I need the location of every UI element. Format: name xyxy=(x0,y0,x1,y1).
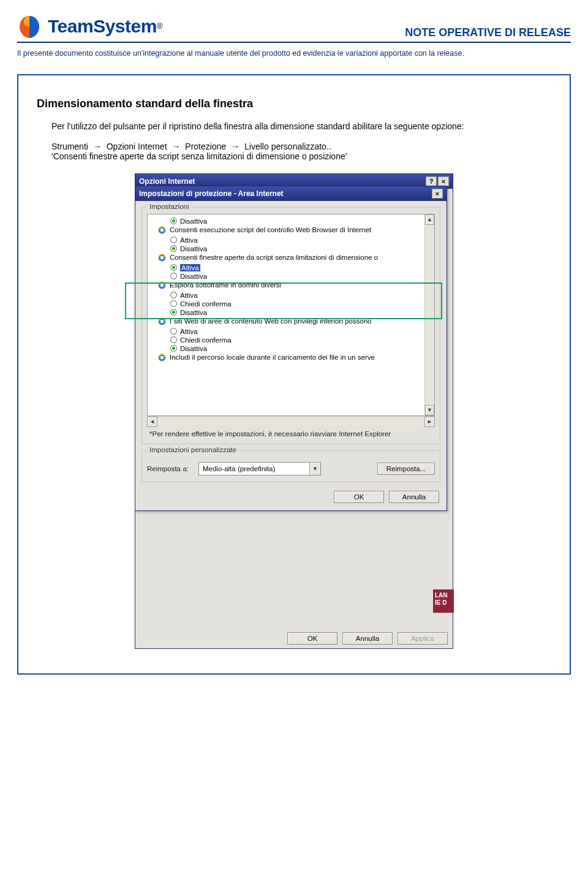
radio-icon[interactable] xyxy=(170,245,177,252)
arrow-icon: → xyxy=(172,142,180,151)
radio-icon[interactable] xyxy=(170,218,177,224)
list-group: Includi il percorso locale durante il ca… xyxy=(149,353,423,362)
apply-button[interactable]: Applica xyxy=(398,632,448,645)
list-option[interactable]: Attiva xyxy=(149,263,423,272)
scroll-left-icon[interactable]: ◄ xyxy=(147,417,157,427)
list-option[interactable]: Disattiva xyxy=(149,217,423,225)
custom-settings-legend: Impostazioni personalizzate xyxy=(147,446,239,453)
dialog-screenshot: Opzioni Internet ? × LAN IE D OK Annulla… xyxy=(135,173,453,649)
reset-level-combo[interactable]: Medio-alta (predefinita) ▼ xyxy=(198,462,321,475)
scroll-right-icon[interactable]: ► xyxy=(424,417,435,427)
close-button[interactable]: × xyxy=(438,176,449,186)
radio-icon[interactable] xyxy=(170,300,177,307)
teamsystem-logo-icon xyxy=(17,13,42,39)
section-path: Strumenti → Opzioni Internet → Protezion… xyxy=(51,142,551,161)
list-option[interactable]: Attiva xyxy=(149,291,423,300)
combo-value: Medio-alta (predefinita) xyxy=(199,465,309,472)
ok-button[interactable]: OK xyxy=(334,491,384,503)
dropdown-icon[interactable]: ▼ xyxy=(309,463,320,475)
list-group: Consenti finestre aperte da script senza… xyxy=(149,253,423,262)
settings-legend: Impostazioni xyxy=(147,203,192,210)
intro-text: Il presente documento costituisce un'int… xyxy=(17,48,571,59)
scroll-up-icon[interactable]: ▲ xyxy=(425,214,434,225)
settings-listbox[interactable]: DisattivaConsenti esecuzione script del … xyxy=(147,214,435,416)
ie-icon xyxy=(157,317,167,326)
section-paragraph: Per l'utilizzo del pulsante per il ripri… xyxy=(51,120,529,133)
list-option[interactable]: Disattiva xyxy=(149,272,423,281)
cancel-button[interactable]: Annulla xyxy=(342,632,393,645)
settings-fieldset: Impostazioni DisattivaConsenti esecuzion… xyxy=(141,207,440,444)
custom-settings-fieldset: Impostazioni personalizzate Reimposta a:… xyxy=(141,450,440,482)
svg-rect-5 xyxy=(160,284,164,287)
list-option[interactable]: Disattiva xyxy=(149,244,423,253)
radio-icon[interactable] xyxy=(170,345,177,352)
reset-label: Reimposta a: xyxy=(147,465,192,472)
restart-note: *Per rendere effettive le impostazioni, … xyxy=(149,430,435,437)
back-dialog-title: Opzioni Internet xyxy=(139,177,195,186)
cancel-button[interactable]: Annulla xyxy=(389,491,439,503)
list-option[interactable]: Attiva xyxy=(149,236,423,244)
list-option[interactable]: Chiedi conferma xyxy=(149,336,423,344)
list-group: Consenti esecuzione script del controllo… xyxy=(149,225,423,235)
svg-rect-3 xyxy=(160,256,164,259)
radio-icon[interactable] xyxy=(170,309,177,316)
radio-icon[interactable] xyxy=(170,292,177,298)
arrow-icon: → xyxy=(93,142,102,151)
help-button[interactable]: ? xyxy=(426,176,437,186)
list-option[interactable]: Disattiva xyxy=(149,308,423,317)
svg-rect-7 xyxy=(160,320,164,323)
brand-name: TeamSystem xyxy=(48,16,157,36)
close-button[interactable]: × xyxy=(432,189,443,199)
svg-rect-1 xyxy=(160,229,164,232)
horizontal-scrollbar[interactable]: ◄ ► xyxy=(147,416,435,426)
vertical-scrollbar[interactable]: ▲ ▼ xyxy=(424,214,435,415)
security-settings-dialog: Impostazioni di protezione - Area Intern… xyxy=(135,186,447,511)
list-group: I siti Web di aree di contenuto Web con … xyxy=(149,317,423,326)
section-title: Dimensionamento standard della finestra xyxy=(37,97,551,110)
content-frame: Dimensionamento standard della finestra … xyxy=(17,74,571,675)
lan-strip: LAN IE D xyxy=(433,589,454,613)
page-header: TeamSystem® NOTE OPERATIVE DI RELEASE xyxy=(17,13,571,43)
radio-icon[interactable] xyxy=(170,264,177,271)
ok-button[interactable]: OK xyxy=(287,632,337,645)
trademark-icon: ® xyxy=(157,21,163,31)
front-titlebar: Impostazioni di protezione - Area Intern… xyxy=(135,186,447,201)
option-name: 'Consenti finestre aperte da script senz… xyxy=(51,151,347,161)
document-title: NOTE OPERATIVE DI RELEASE xyxy=(405,26,571,39)
reset-button[interactable]: Reimposta... xyxy=(377,463,435,475)
radio-icon[interactable] xyxy=(170,237,177,243)
arrow-icon: → xyxy=(231,142,239,151)
radio-icon[interactable] xyxy=(170,273,177,279)
ie-icon xyxy=(157,281,167,290)
scroll-down-icon[interactable]: ▼ xyxy=(425,405,434,415)
ie-icon xyxy=(157,353,167,362)
list-group: Esplora sottoframe in domini diversi xyxy=(149,281,423,290)
list-option[interactable]: Chiedi conferma xyxy=(149,300,423,308)
ie-icon xyxy=(157,253,167,262)
radio-icon[interactable] xyxy=(170,328,177,335)
ie-icon xyxy=(157,225,167,235)
list-option[interactable]: Attiva xyxy=(149,327,423,336)
list-option[interactable]: Disattiva xyxy=(149,344,423,353)
front-dialog-title: Impostazioni di protezione - Area Intern… xyxy=(139,189,284,198)
brand-logo: TeamSystem® xyxy=(17,13,163,39)
radio-icon[interactable] xyxy=(170,336,177,343)
svg-rect-9 xyxy=(160,356,164,359)
